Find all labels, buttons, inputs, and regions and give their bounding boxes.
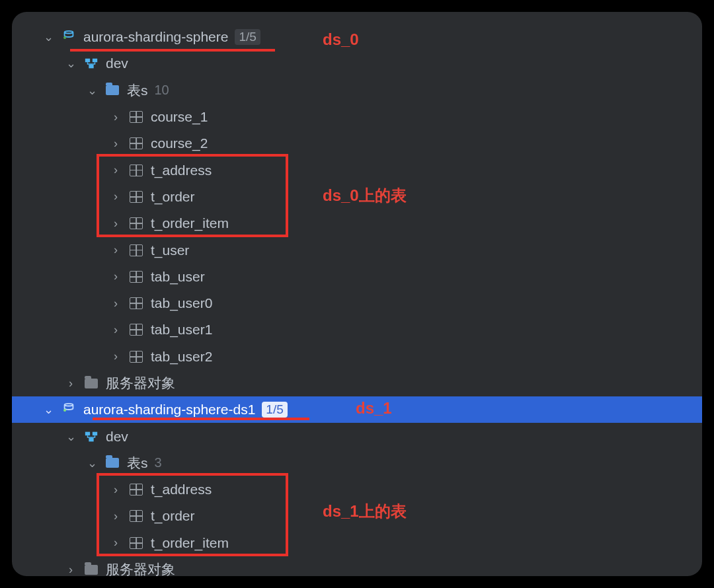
chevron-right-icon: › (108, 270, 123, 283)
datasource-icon (61, 30, 77, 44)
chevron-right-icon: › (108, 243, 123, 257)
server-objects-row[interactable]: › 服务器对象 (12, 556, 702, 576)
table-row[interactable]: › tab_user1 (12, 316, 702, 343)
svg-point-0 (63, 36, 66, 39)
chevron-down-icon: ⌄ (41, 402, 56, 417)
table-label: t_address (151, 163, 212, 178)
datasource-label: aurora-sharding-sphere-ds1 (83, 402, 255, 418)
table-row[interactable]: › t_address (12, 157, 702, 183)
schema-label: dev (106, 429, 128, 445)
schema-row[interactable]: ⌄ dev (12, 423, 702, 449)
server-objects-label: 服务器对象 (106, 560, 175, 576)
table-icon (128, 509, 144, 523)
schema-icon (83, 429, 99, 444)
chevron-down-icon: ⌄ (85, 456, 99, 470)
tables-count: 10 (155, 83, 169, 98)
schema-icon (83, 56, 99, 71)
datasource-label: aurora-sharding-sphere (83, 29, 228, 45)
folder-icon (104, 83, 120, 98)
chevron-right-icon: › (108, 190, 123, 203)
table-label: course_1 (151, 109, 208, 125)
table-row[interactable]: › t_order_item (12, 530, 702, 556)
table-label: t_order (151, 189, 195, 205)
table-label: tab_user2 (151, 349, 212, 365)
table-row[interactable]: › t_order (12, 184, 702, 210)
table-icon (128, 270, 144, 284)
table-row[interactable]: › course_2 (12, 130, 702, 157)
table-icon (128, 136, 144, 151)
table-label: tab_user0 (151, 295, 212, 311)
svg-rect-2 (93, 59, 97, 63)
server-objects-row[interactable]: › 服务器对象 (12, 370, 702, 396)
table-label: tab_user1 (151, 322, 212, 338)
chevron-down-icon: ⌄ (63, 429, 78, 444)
server-objects-label: 服务器对象 (106, 374, 175, 392)
table-icon (128, 243, 144, 258)
svg-rect-5 (85, 431, 90, 435)
folder-icon (83, 562, 99, 576)
table-icon (128, 322, 144, 337)
schema-label: dev (106, 55, 128, 71)
tables-count: 3 (155, 455, 162, 470)
svg-rect-6 (93, 431, 97, 435)
chevron-down-icon: ⌄ (41, 30, 56, 44)
table-icon (128, 216, 144, 231)
chevron-right-icon: › (108, 536, 123, 550)
folder-icon (83, 376, 99, 390)
table-row[interactable]: › t_address (12, 476, 702, 503)
svg-rect-1 (85, 59, 90, 63)
database-tree-panel: ⌄ aurora-sharding-sphere 1/5 ⌄ dev ⌄ 表s … (12, 12, 702, 576)
chevron-right-icon: › (108, 323, 123, 337)
table-icon (128, 536, 144, 550)
table-row[interactable]: › course_1 (12, 104, 702, 130)
chevron-right-icon: › (108, 110, 123, 124)
chevron-right-icon: › (108, 137, 123, 151)
table-icon (128, 163, 144, 178)
datasource-badge: 1/5 (262, 402, 287, 418)
table-label: t_order (151, 508, 195, 524)
tables-folder-label: 表s (127, 81, 148, 100)
chevron-right-icon: › (108, 217, 123, 231)
table-label: course_2 (151, 135, 208, 151)
table-icon (128, 110, 144, 124)
tables-folder-row[interactable]: ⌄ 表s 3 (12, 450, 702, 476)
chevron-right-icon: › (108, 483, 123, 497)
table-label: t_user (151, 242, 189, 258)
chevron-right-icon: › (63, 377, 78, 390)
table-label: t_address (151, 482, 212, 497)
chevron-right-icon: › (108, 163, 123, 177)
datasource-row[interactable]: ⌄ aurora-sharding-sphere-ds1 1/5 (12, 396, 702, 423)
chevron-down-icon: ⌄ (85, 83, 99, 98)
chevron-right-icon: › (108, 349, 123, 363)
table-icon (128, 296, 144, 311)
chevron-right-icon: › (108, 297, 123, 311)
chevron-right-icon: › (108, 509, 123, 523)
table-label: t_order_item (151, 215, 229, 231)
tables-folder-label: 表s (127, 454, 148, 472)
tables-folder-row[interactable]: ⌄ 表s 10 (12, 77, 702, 104)
table-row[interactable]: › tab_user0 (12, 290, 702, 316)
table-label: tab_user (151, 269, 205, 285)
table-icon (128, 190, 144, 204)
chevron-right-icon: › (63, 563, 78, 576)
datasource-icon (61, 402, 77, 417)
schema-row[interactable]: ⌄ dev (12, 50, 702, 77)
table-row[interactable]: › t_order_item (12, 210, 702, 237)
table-row[interactable]: › tab_user2 (12, 344, 702, 370)
datasource-badge: 1/5 (235, 29, 260, 45)
datasource-row[interactable]: ⌄ aurora-sharding-sphere 1/5 (12, 24, 702, 50)
table-label: t_order_item (151, 535, 229, 551)
table-row[interactable]: › tab_user (12, 264, 702, 290)
table-row[interactable]: › t_order (12, 503, 702, 529)
folder-icon (104, 456, 120, 470)
chevron-down-icon: ⌄ (63, 56, 78, 71)
table-icon (128, 349, 144, 364)
svg-point-4 (63, 409, 66, 412)
table-row[interactable]: › t_user (12, 237, 702, 263)
table-icon (128, 482, 144, 497)
